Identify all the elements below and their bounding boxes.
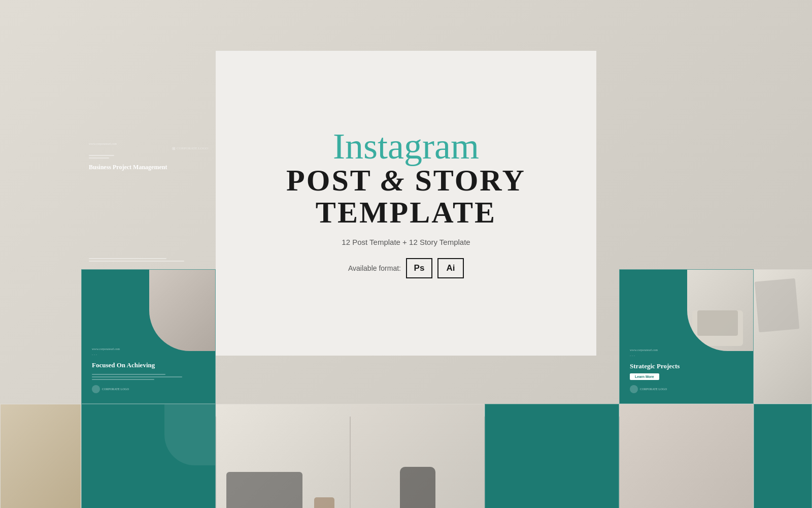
photo-woman-laptop-partial [0, 269, 81, 404]
format-ps-badge: Ps [406, 258, 432, 278]
card-business-partial: www.corporateurl.com ··· Business Projec… [754, 404, 812, 508]
template-text: TEMPLATE [316, 197, 496, 229]
photo-woman-basket [619, 404, 754, 508]
subtitle-text: 12 Post Template + 12 Story Template [342, 238, 470, 246]
photo-hand-mobile [350, 404, 485, 508]
card-strategic-bottom: www.corporateurl.com ··· Strategic Proje… [485, 404, 619, 508]
photo-basket-partial [0, 404, 81, 508]
photo-notebook-partial [754, 269, 812, 404]
photo-laptop-coffee: CORPORATE LOGO [216, 404, 350, 508]
center-panel: Instagram POST & STORY TEMPLATE 12 Post … [216, 51, 596, 356]
instagram-script-text: Instagram [333, 128, 479, 165]
card-strategic-2: www.corporateurl.com ··· Strategic Proje… [619, 269, 754, 404]
card-bpm-bottom: www.corporateurl.com ··· 8 Business Proj… [81, 404, 216, 508]
post-story-text: POST & STORY [286, 165, 526, 197]
format-ai-badge: Ai [437, 258, 464, 278]
card-focused: www.corporateurl.com ··· Focused On Achi… [81, 269, 216, 404]
format-label: Available format: [348, 264, 401, 272]
learn-more-btn-4[interactable]: Learn More [630, 373, 659, 380]
